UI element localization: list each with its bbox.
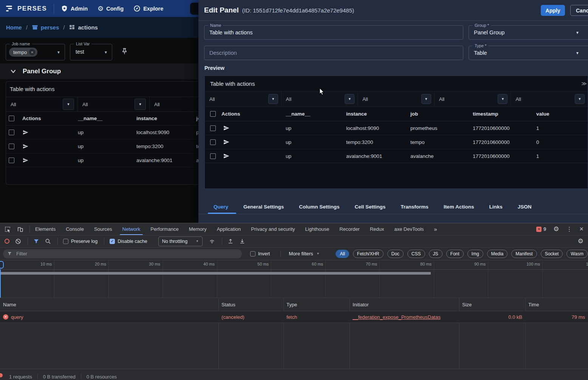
breadcrumb-project-link[interactable]: perses xyxy=(32,24,59,31)
devtools-tab-application[interactable]: Application xyxy=(217,223,241,235)
devtools-tab-memory[interactable]: Memory xyxy=(189,223,207,235)
table-row[interactable]: up avalanche:9001 avalanche xyxy=(6,153,212,167)
devtools-tab-network[interactable]: Network xyxy=(122,223,141,235)
column-filter[interactable]: All ▼ xyxy=(6,97,78,111)
overview-drag-handle[interactable] xyxy=(0,261,4,269)
pin-icon[interactable] xyxy=(121,48,128,55)
chevron-down-icon[interactable]: ▼ xyxy=(135,99,146,110)
column-filter[interactable]: All▼ xyxy=(511,91,588,107)
chevron-down-icon[interactable] xyxy=(11,70,16,73)
column-filter[interactable]: All▼ xyxy=(358,91,435,107)
job-name-select[interactable]: Job name tempo ✕ ▼ xyxy=(6,44,65,60)
panel-actions-icon[interactable]: ≫ xyxy=(581,80,587,87)
chip-manifest[interactable]: Manifest xyxy=(511,250,537,258)
table-row[interactable]: up localhost:9090 prometheus xyxy=(6,125,212,139)
more-filters-dropdown[interactable]: More filters ▼ xyxy=(289,251,319,256)
column-header-time[interactable]: Time xyxy=(525,302,588,307)
apply-button[interactable]: Apply xyxy=(541,5,565,16)
tab-column-settings[interactable]: Column Settings xyxy=(299,204,339,210)
description-input[interactable] xyxy=(204,46,463,60)
nav-item-config[interactable]: ⚙ Config xyxy=(97,5,124,13)
chevron-down-icon[interactable]: ▼ xyxy=(268,94,278,104)
export-har-icon[interactable] xyxy=(239,238,245,244)
preview-table-row[interactable]: up tempo:3200 tempo 1772010600000 0 xyxy=(205,135,588,149)
network-conditions-icon[interactable] xyxy=(209,238,215,244)
devtools-tab-recorder[interactable]: Recorder xyxy=(339,223,359,235)
send-action-icon[interactable] xyxy=(22,143,78,150)
column-header-initiator[interactable]: Initiator xyxy=(350,302,459,307)
nav-item-explore[interactable]: Explore xyxy=(133,5,163,12)
cancel-button[interactable]: Cancel xyxy=(570,5,588,16)
inspect-element-icon[interactable] xyxy=(4,226,11,233)
devtools-settings-icon[interactable]: ⚙ xyxy=(553,225,559,233)
search-icon[interactable] xyxy=(45,238,51,244)
clear-network-log-icon[interactable] xyxy=(15,238,21,244)
throttling-select[interactable]: No throttling ▼ xyxy=(158,236,203,246)
tab-transforms[interactable]: Transforms xyxy=(401,204,429,210)
row-checkbox[interactable] xyxy=(9,130,14,135)
more-tabs-icon[interactable]: » xyxy=(434,226,437,232)
breadcrumb-home-link[interactable]: Home xyxy=(6,24,22,31)
devtools-tab-console[interactable]: Console xyxy=(66,223,84,235)
chevron-down-icon[interactable]: ▼ xyxy=(345,94,354,104)
tab-links[interactable]: Links xyxy=(489,204,502,210)
type-select[interactable]: Type * Table ▼ xyxy=(469,46,588,60)
tab-query[interactable]: Query xyxy=(214,204,228,210)
chip-js[interactable]: JS xyxy=(429,250,443,258)
chevron-down-icon[interactable]: ▼ xyxy=(498,94,508,104)
row-checkbox[interactable] xyxy=(9,144,14,149)
row-checkbox[interactable] xyxy=(210,153,216,159)
send-action-icon[interactable] xyxy=(22,129,78,136)
request-name[interactable]: query xyxy=(11,314,23,320)
group-select[interactable]: Group * Panel Group ▼ xyxy=(469,25,588,40)
column-header-status[interactable]: Status xyxy=(218,302,283,307)
column-filter[interactable]: All ▼ xyxy=(78,97,150,111)
devtools-tab-redux[interactable]: Redux xyxy=(370,223,384,235)
kebab-menu-icon[interactable]: ⋮ xyxy=(566,226,572,233)
job-value-chip[interactable]: tempo ✕ xyxy=(9,48,37,57)
filter-input-pill[interactable] xyxy=(3,249,242,258)
chip-all[interactable]: All xyxy=(336,250,349,258)
devtools-tab-sources[interactable]: Sources xyxy=(94,223,112,235)
chip-wasm[interactable]: Wasm xyxy=(566,250,588,258)
devtools-tab-lighthouse[interactable]: Lighthouse xyxy=(305,223,330,235)
list-var-select[interactable]: List Var test ▼ xyxy=(70,44,112,60)
column-header-name[interactable]: Name xyxy=(0,302,218,307)
import-har-icon[interactable] xyxy=(227,238,234,244)
column-filter[interactable]: All▼ xyxy=(435,91,511,107)
column-header-type[interactable]: Type xyxy=(283,302,350,307)
send-action-icon[interactable] xyxy=(221,139,286,145)
error-count-badge[interactable]: ✕ 9 xyxy=(536,227,546,232)
row-checkbox[interactable] xyxy=(9,158,14,163)
request-initiator-link[interactable]: __federation_expose_PrometheusDatas xyxy=(353,314,441,320)
network-request-row[interactable]: ✕ query (canceled) fetch __federation_ex… xyxy=(0,311,588,323)
chevron-down-icon[interactable]: ▼ xyxy=(575,94,585,104)
tab-json[interactable]: JSON xyxy=(518,204,532,210)
chevron-down-icon[interactable]: ▼ xyxy=(104,50,108,54)
nav-item-admin[interactable]: Admin xyxy=(61,5,88,12)
column-filter[interactable]: All▼ xyxy=(205,91,282,107)
preview-table-row[interactable]: up localhost:9090 prometheus 17720106000… xyxy=(205,121,588,135)
chip-socket[interactable]: Socket xyxy=(541,250,563,258)
select-all-checkbox[interactable] xyxy=(210,111,216,117)
devtools-tab-privacy[interactable]: Privacy and security xyxy=(251,223,295,235)
chevron-down-icon[interactable]: ▼ xyxy=(57,50,60,54)
tab-general-settings[interactable]: General Settings xyxy=(243,204,284,210)
preserve-log-checkbox[interactable]: Preserve log xyxy=(63,239,97,244)
devtools-tab-performance[interactable]: Performance xyxy=(150,223,178,235)
chip-media[interactable]: Media xyxy=(487,250,508,258)
select-all-checkbox[interactable] xyxy=(9,116,14,121)
column-header-size[interactable]: Size xyxy=(459,302,525,307)
send-action-icon[interactable] xyxy=(221,153,286,159)
name-input[interactable] xyxy=(204,26,463,39)
record-network-log-icon[interactable] xyxy=(5,239,9,244)
chip-font[interactable]: Font xyxy=(446,250,464,258)
devtools-tab-elements[interactable]: Elements xyxy=(35,223,56,235)
send-action-icon[interactable] xyxy=(22,157,78,164)
row-checkbox[interactable] xyxy=(210,139,216,145)
tab-item-actions[interactable]: Item Actions xyxy=(444,204,474,210)
disable-cache-checkbox[interactable]: ✓ Disable cache xyxy=(110,239,147,244)
filter-toggle-icon[interactable] xyxy=(33,238,39,244)
chevron-down-icon[interactable]: ▼ xyxy=(63,99,74,110)
send-action-icon[interactable] xyxy=(221,125,286,131)
